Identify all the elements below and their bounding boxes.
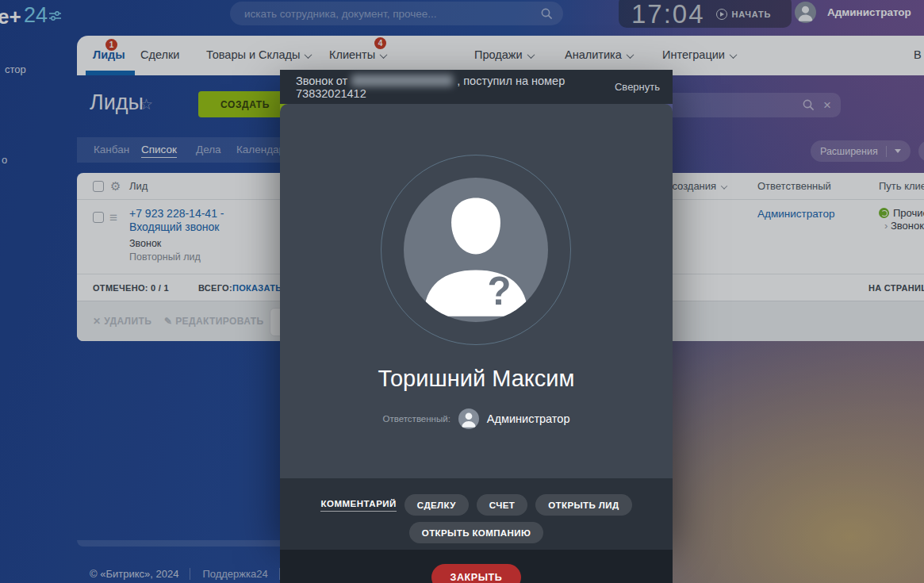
call-modal-actions: КОММЕНТАРИЙ СДЕЛКУ СЧЕТ ОТКРЫТЬ ЛИД ОТКР… — [280, 478, 673, 550]
comment-button[interactable]: КОММЕНТАРИЙ — [320, 499, 396, 512]
create-deal-button[interactable]: СДЕЛКУ — [404, 494, 469, 516]
collapse-link[interactable]: Свернуть — [615, 81, 660, 93]
avatar-question-mark: ? — [488, 270, 512, 313]
person-silhouette-icon: ? — [404, 178, 548, 322]
responsible-label: Ответственный: — [383, 414, 450, 424]
blurred-phone-number — [351, 75, 453, 86]
person-icon — [458, 408, 479, 429]
close-call-button[interactable]: ЗАКРЫТЬ — [431, 564, 522, 583]
responsible-name[interactable]: Администратор — [487, 412, 570, 425]
caller-name: Торишний Максим — [280, 366, 673, 392]
call-modal-footer: ЗАКРЫТЬ — [280, 550, 673, 583]
open-company-button[interactable]: ОТКРЫТЬ КОМПАНИЮ — [409, 522, 543, 543]
create-invoice-button[interactable]: СЧЕТ — [477, 494, 527, 516]
incoming-call-modal: Звонок от, поступил на номер 73832021412… — [280, 70, 673, 535]
call-modal-header: Звонок от, поступил на номер 73832021412… — [280, 70, 673, 104]
responsible-avatar — [458, 408, 479, 429]
app-viewport: e+ 24 17:04 НАЧАТЬ Администратор стор о … — [0, 0, 924, 583]
responsible-row: Ответственный: Администратор — [280, 408, 673, 429]
caller-avatar: ? — [404, 178, 548, 322]
open-lead-button[interactable]: ОТКРЫТЬ ЛИД — [535, 494, 631, 516]
call-header-text: Звонок от, поступил на номер 73832021412 — [296, 75, 615, 100]
call-modal-body: ? Торишний Максим Ответственный: Админис… — [280, 104, 673, 478]
